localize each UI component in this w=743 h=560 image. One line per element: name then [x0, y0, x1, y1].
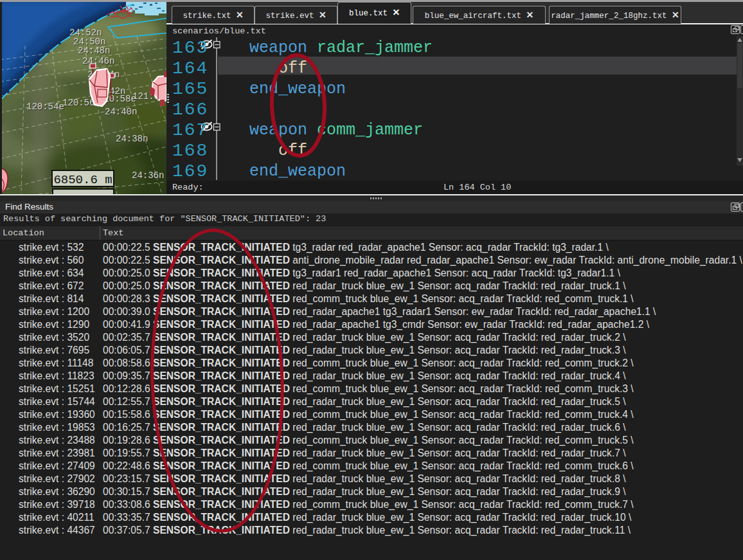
svg-text:6850.6 m: 6850.6 m [53, 173, 112, 187]
svg-text:24:38n: 24:38n [116, 134, 148, 144]
svg-text:24:48n: 24:48n [78, 46, 110, 56]
svg-text:120:54e: 120:54e [26, 102, 64, 112]
svg-text:24:46n: 24:46n [82, 56, 114, 66]
svg-text:24:40n: 24:40n [105, 107, 137, 117]
svg-text:24:36n: 24:36n [132, 170, 164, 181]
